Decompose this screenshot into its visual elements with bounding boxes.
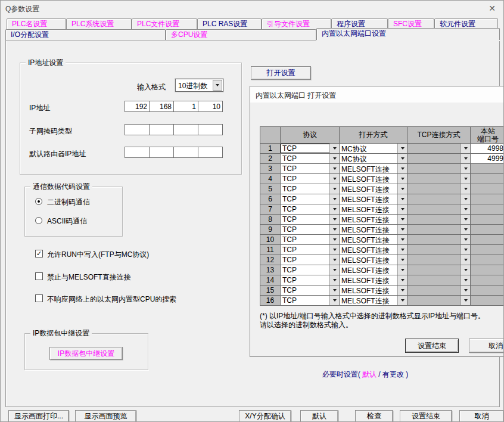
open-method-select[interactable]: MELSOFT连接	[340, 275, 407, 286]
tcp-mode-select[interactable]	[407, 215, 471, 225]
dropdown-arrow-icon[interactable]	[461, 184, 470, 194]
open-method-select[interactable]: MELSOFT连接	[340, 225, 407, 235]
ip-octet-field[interactable]	[173, 124, 198, 135]
button-检查[interactable]: 检查	[355, 410, 393, 422]
ip-octet-field[interactable]	[198, 124, 223, 135]
radio-ASCII码通信[interactable]	[35, 217, 42, 224]
host-port-field[interactable]	[471, 286, 504, 296]
ip-octet-field[interactable]	[125, 147, 150, 158]
host-port-field[interactable]	[471, 184, 504, 194]
protocol-select[interactable]: TCP	[281, 154, 340, 164]
open-settings-button[interactable]: 打开设置	[251, 66, 311, 80]
dropdown-arrow-icon[interactable]	[329, 286, 339, 295]
open-dialog-cancel-button[interactable]: 取消	[469, 339, 504, 353]
dropdown-arrow-icon[interactable]	[329, 144, 339, 153]
protocol-select[interactable]: TCP	[281, 184, 340, 194]
dropdown-arrow-icon[interactable]	[329, 235, 339, 244]
protocol-select[interactable]: TCP	[281, 194, 340, 204]
dropdown-arrow-icon[interactable]	[461, 174, 470, 184]
dropdown-arrow-icon[interactable]	[461, 144, 470, 153]
host-port-field[interactable]	[471, 265, 504, 275]
tab-PLC RAS设置[interactable]: PLC RAS设置	[197, 18, 262, 29]
host-port-field[interactable]	[471, 204, 504, 215]
protocol-select[interactable]: TCP	[281, 245, 340, 255]
dropdown-arrow-icon[interactable]	[461, 164, 470, 173]
checkbox-允许RUN中写入(FTP与MC协议)[interactable]: ✓	[35, 250, 43, 257]
ip-octet-field[interactable]	[198, 147, 223, 158]
open-method-select[interactable]: MELSOFT连接	[340, 215, 407, 225]
dropdown-arrow-icon[interactable]	[461, 215, 470, 224]
dropdown-arrow-icon[interactable]	[397, 215, 407, 224]
open-method-select[interactable]: MELSOFT连接	[340, 245, 407, 255]
dropdown-arrow-icon[interactable]	[329, 255, 339, 265]
open-method-select[interactable]: MELSOFT连接	[340, 194, 407, 204]
dropdown-arrow-icon[interactable]	[397, 164, 407, 173]
protocol-select[interactable]: TCP	[281, 286, 340, 296]
dropdown-arrow-icon[interactable]	[397, 235, 407, 244]
host-port-field[interactable]	[471, 296, 504, 306]
host-port-field[interactable]	[471, 275, 504, 286]
host-port-field[interactable]: 4999	[471, 154, 504, 164]
dropdown-arrow-icon[interactable]	[329, 194, 339, 204]
dropdown-arrow-icon[interactable]	[329, 174, 339, 184]
tcp-mode-select[interactable]	[407, 235, 471, 245]
protocol-select[interactable]: TCP	[281, 296, 340, 306]
dropdown-arrow-icon[interactable]	[397, 286, 407, 295]
open-method-select[interactable]: MELSOFT连接	[340, 164, 407, 174]
dropdown-arrow-icon[interactable]	[397, 275, 407, 285]
tcp-mode-select[interactable]	[407, 194, 471, 204]
dropdown-arrow-icon[interactable]	[329, 204, 339, 214]
dropdown-arrow-icon[interactable]	[461, 225, 470, 234]
chevron-down-icon[interactable]	[213, 80, 222, 91]
dropdown-arrow-icon[interactable]	[397, 154, 407, 163]
dropdown-arrow-icon[interactable]	[329, 265, 339, 275]
dropdown-arrow-icon[interactable]	[397, 265, 407, 275]
dropdown-arrow-icon[interactable]	[461, 194, 470, 204]
dropdown-arrow-icon[interactable]	[329, 164, 339, 173]
checkbox-禁止与MELSOFT直接连接[interactable]	[35, 272, 43, 280]
ip-octet-field[interactable]	[125, 124, 150, 135]
tab-PLC文件设置[interactable]: PLC文件设置	[132, 18, 197, 29]
dropdown-arrow-icon[interactable]	[397, 204, 407, 214]
dropdown-arrow-icon[interactable]	[397, 245, 407, 255]
open-dialog-ok-button[interactable]: 设置结束	[405, 339, 459, 353]
host-port-field[interactable]	[471, 225, 504, 235]
dropdown-arrow-icon[interactable]	[461, 154, 470, 163]
checkbox-不响应网络上的以太网内置型CPU的搜索[interactable]	[35, 294, 43, 302]
ip-octet-field[interactable]: 192	[125, 101, 150, 112]
protocol-select[interactable]: TCP	[281, 215, 340, 225]
radio-二进制码通信[interactable]	[35, 198, 42, 205]
host-port-field[interactable]	[471, 164, 504, 174]
tcp-mode-select[interactable]	[407, 225, 471, 235]
protocol-select[interactable]: TCP	[281, 235, 340, 245]
open-method-select[interactable]: MELSOFT连接	[340, 174, 407, 184]
button-显示画面预览[interactable]: 显示画面预览	[75, 410, 136, 422]
protocol-select[interactable]: TCP	[281, 225, 340, 235]
tab-内置以太网端口设置[interactable]: 内置以太网端口设置	[316, 28, 500, 40]
dropdown-arrow-icon[interactable]	[397, 225, 407, 234]
ip-octet-field[interactable]	[173, 147, 198, 158]
dropdown-arrow-icon[interactable]	[329, 245, 339, 255]
dropdown-arrow-icon[interactable]	[461, 245, 470, 255]
host-port-field[interactable]: 4998	[471, 144, 504, 154]
tcp-mode-select[interactable]	[407, 245, 471, 255]
ip-octet-field[interactable]: 168	[149, 101, 174, 112]
dropdown-arrow-icon[interactable]	[397, 144, 407, 153]
ip-octet-field[interactable]	[149, 124, 174, 135]
ip-octet-field[interactable]: 10	[198, 101, 223, 112]
dropdown-arrow-icon[interactable]	[397, 194, 407, 204]
protocol-select[interactable]: TCP	[281, 265, 340, 275]
ip-octet-field[interactable]: 1	[173, 101, 198, 112]
dropdown-arrow-icon[interactable]	[329, 184, 339, 194]
dropdown-arrow-icon[interactable]	[397, 296, 407, 305]
open-method-select[interactable]: MC协议	[340, 154, 407, 164]
open-method-select[interactable]: MELSOFT连接	[340, 255, 407, 265]
open-method-select[interactable]: MELSOFT连接	[340, 204, 407, 215]
dropdown-arrow-icon[interactable]	[461, 296, 470, 305]
host-port-field[interactable]	[471, 215, 504, 225]
open-method-select[interactable]: MELSOFT连接	[340, 184, 407, 194]
dropdown-arrow-icon[interactable]	[461, 204, 470, 214]
protocol-select[interactable]: TCP	[281, 255, 340, 265]
tcp-mode-select[interactable]	[407, 154, 471, 164]
tcp-mode-select[interactable]	[407, 144, 471, 154]
